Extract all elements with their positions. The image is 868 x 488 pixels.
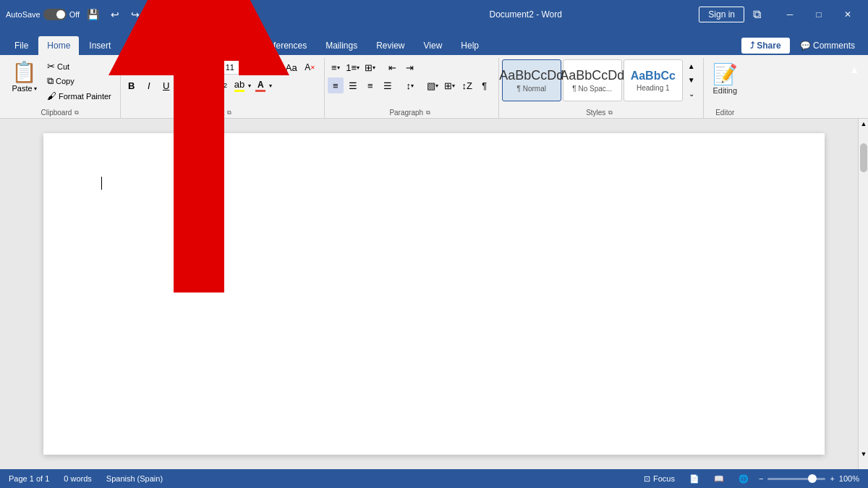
font-size-select[interactable]: 11 — [219, 60, 250, 75]
style-heading1[interactable]: AaBbCc Heading 1 — [624, 59, 683, 101]
tab-insert[interactable]: Insert — [80, 36, 119, 55]
zoom-in-icon[interactable]: + — [830, 474, 834, 483]
bold-button[interactable]: B — [124, 77, 140, 93]
print-layout-button[interactable]: 📄 — [685, 473, 704, 485]
document-page[interactable] — [43, 133, 825, 455]
zoom-slider[interactable] — [767, 478, 825, 480]
cut-button[interactable]: ✂ Cut — [44, 59, 114, 73]
clipboard-expand-icon[interactable]: ⧉ — [75, 109, 79, 117]
text-highlight-button[interactable]: ab — [232, 78, 247, 93]
scroll-down-arrow[interactable]: ▼ — [859, 449, 868, 459]
bullets-button[interactable]: ≡▾ — [328, 59, 344, 75]
style-no-spacing[interactable]: AaBbCcDd ¶ No Spac... — [563, 59, 622, 101]
nospace-label: ¶ No Spac... — [572, 85, 612, 93]
align-right-button[interactable]: ≡ — [362, 77, 378, 93]
align-left-button[interactable]: ≡ — [328, 77, 344, 93]
save-icon[interactable]: 💾 — [84, 6, 102, 23]
styles-label: Styles — [586, 109, 605, 117]
tab-view[interactable]: View — [415, 36, 451, 55]
tab-home[interactable]: Home — [38, 36, 79, 55]
styles-row: AaBbCcDd ¶ Normal AaBbCcDd ¶ No Spac... … — [502, 59, 683, 101]
scroll-up-arrow[interactable]: ▲ — [859, 119, 868, 129]
italic-button[interactable]: I — [141, 77, 157, 93]
ribbon-collapse-icon[interactable]: ▲ — [846, 61, 862, 78]
focus-button[interactable]: ⊡ Focus — [639, 473, 679, 485]
tab-review[interactable]: Review — [367, 36, 413, 55]
multilevel-list-button[interactable]: ⊞▾ — [362, 59, 378, 75]
zoom-out-icon[interactable]: − — [759, 474, 763, 483]
superscript-button[interactable]: X2 — [215, 77, 231, 93]
editor-button[interactable]: 📝 Editing — [707, 59, 744, 98]
styles-expand[interactable]: ⌄ — [686, 87, 697, 100]
web-layout-button[interactable]: 🌐 — [734, 473, 753, 485]
clear-formatting-button[interactable]: A✕ — [302, 59, 318, 75]
styles-expand-icon[interactable]: ⧉ — [608, 109, 613, 117]
document-area[interactable]: ▲ ▼ — [0, 119, 868, 469]
paste-dropdown-icon[interactable]: ▾ — [34, 85, 37, 92]
text-cursor — [101, 177, 102, 190]
undo-icon[interactable]: ↩ — [108, 6, 122, 23]
comments-button[interactable]: 💬 Comments — [793, 38, 862, 54]
font-color-dropdown[interactable]: ▾ — [268, 81, 273, 91]
change-case-button[interactable]: Aa — [282, 59, 301, 75]
autosave-toggle[interactable] — [43, 9, 67, 20]
shading-dropdown[interactable]: ▾ — [435, 83, 438, 89]
autosave-label: AutoSave — [6, 10, 41, 19]
styles-scroll-up[interactable]: ▲ — [686, 59, 697, 72]
strikethrough-button[interactable]: ab — [180, 77, 196, 93]
justify-button[interactable]: ☰ — [380, 77, 396, 93]
underline-button[interactable]: U — [158, 77, 174, 93]
close-button[interactable]: ✕ — [833, 4, 862, 25]
tab-file[interactable]: File — [6, 36, 37, 55]
tab-design[interactable]: Design — [160, 35, 207, 55]
increase-indent-button[interactable]: ⇥ — [402, 59, 418, 75]
font-row2: B I U ▾ ab X2 X2 ab — [124, 77, 318, 93]
language: Spanish (Spain) — [106, 474, 163, 483]
font-expand-icon[interactable]: ⧉ — [227, 109, 231, 117]
borders-button[interactable]: ⊞▾ — [442, 77, 458, 93]
underline-dropdown[interactable]: ▾ — [174, 81, 179, 91]
tab-draw[interactable]: Draw — [121, 36, 158, 55]
numbering-button[interactable]: 1≡▾ — [345, 59, 361, 75]
highlight-dropdown[interactable]: ▾ — [247, 81, 252, 91]
font-color-button[interactable]: A — [253, 79, 268, 93]
line-spacing-button[interactable]: ↕▾ — [402, 77, 418, 93]
paste-button[interactable]: 📋 Paste ▾ — [6, 59, 43, 96]
copy-button[interactable]: ⧉ Copy — [44, 74, 114, 88]
customize-icon[interactable]: ⌄ — [148, 6, 163, 23]
underline-group: U ▾ — [158, 77, 179, 93]
read-mode-button[interactable]: 📖 — [710, 473, 728, 485]
tab-mailings[interactable]: Mailings — [317, 36, 366, 55]
paragraph-expand-icon[interactable]: ⧉ — [426, 109, 430, 117]
sign-in-button[interactable]: Sign in — [699, 7, 744, 22]
scroll-thumb[interactable] — [860, 143, 867, 172]
subscript-button[interactable]: X2 — [197, 77, 213, 93]
style-normal[interactable]: AaBbCcDd ¶ Normal — [502, 59, 561, 101]
nospace-preview: AaBbCcDd — [560, 68, 624, 83]
increase-font-size-button[interactable]: A+ — [251, 59, 265, 75]
title-bar-left: AutoSave Off 💾 ↩ ↪ ⌄ — [6, 6, 352, 23]
font-color-bar — [255, 90, 265, 92]
minimize-button[interactable]: ─ — [775, 4, 804, 25]
decrease-font-size-button[interactable]: A- — [266, 59, 281, 75]
align-center-button[interactable]: ☰ — [345, 77, 361, 93]
decrease-indent-button[interactable]: ⇤ — [385, 59, 401, 75]
document-area-container: ▲ ▼ — [0, 119, 868, 469]
shading-button[interactable]: ▧ ▾ — [425, 77, 441, 93]
paragraph-group: ≡▾ 1≡▾ ⊞▾ ⇤ ⇥ ≡ ☰ ≡ ☰ ↕▾ — [325, 58, 499, 118]
restore-window-button[interactable]: ⧉ — [749, 5, 765, 24]
tab-references[interactable]: References — [254, 36, 315, 55]
paragraph-label: Paragraph — [389, 109, 423, 117]
styles-scroll-down[interactable]: ▼ — [686, 73, 697, 86]
format-painter-button[interactable]: 🖌 Format Painter — [44, 89, 114, 103]
font-name-select[interactable]: Calibri (Body) — [124, 60, 218, 75]
sort-button[interactable]: ↕Z — [459, 77, 475, 93]
redo-icon[interactable]: ↪ — [128, 6, 142, 23]
show-marks-button[interactable]: ¶ — [477, 77, 493, 93]
document-scrollbar[interactable]: ▲ ▼ — [858, 119, 868, 469]
maximize-button[interactable]: □ — [804, 4, 833, 25]
tab-help[interactable]: Help — [452, 36, 488, 55]
clipboard-content: 📋 Paste ▾ ✂ Cut ⧉ Copy — [6, 59, 114, 107]
share-button[interactable]: ⤴ Share — [741, 38, 790, 54]
tab-layout[interactable]: Layout — [209, 36, 252, 55]
